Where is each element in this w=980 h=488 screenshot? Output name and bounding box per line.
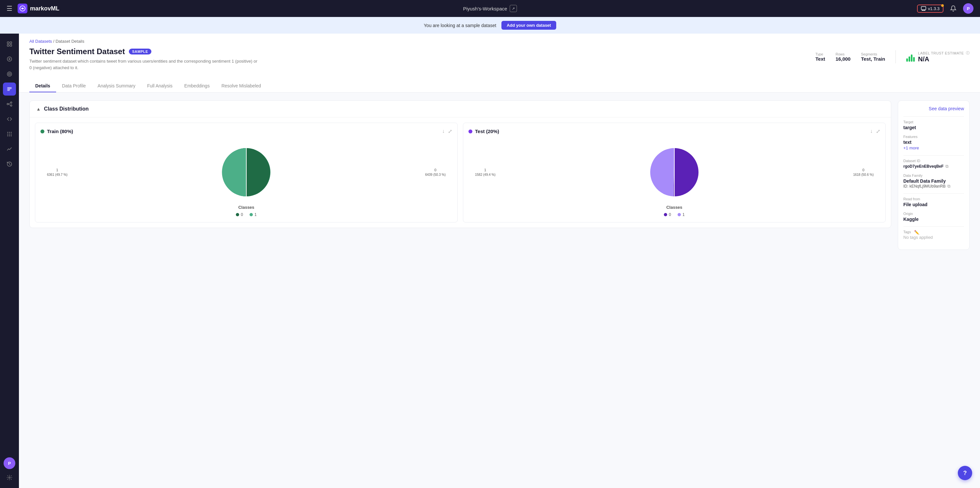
test-legend-1: 1 [678,212,685,217]
test-label-1: 11582 (49.4 %) [475,168,496,176]
tab-analysis-summary[interactable]: Analysis Summary [92,80,141,92]
target-section: Target target [903,120,964,130]
test-expand-icon[interactable]: ⤢ [876,128,880,134]
tags-label: Tags [903,230,911,234]
svg-point-15 [11,132,12,133]
sidebar-item-grid[interactable] [3,127,16,141]
side-panel: See data preview Target target Features … [898,100,970,250]
sidebar-item-analytics[interactable] [3,143,16,156]
svg-point-14 [9,132,10,133]
train-pie-container: 16361 (49.7 %) [40,140,452,205]
label-trust: LABEL TRUST ESTIMATE ⓘ N/A [918,51,970,63]
train-dot [40,129,45,134]
banner-message: You are looking at a sample dataset [424,23,496,28]
test-chart-title-row: Test (20%) ↓ ⤢ [468,128,880,134]
sidebar: P [0,33,19,488]
card-header: ▲ Class Distribution [30,101,891,118]
collapse-icon[interactable]: ▲ [36,107,41,111]
test-label-0: 01618 (50.6 %) [853,168,873,176]
sidebar-item-add[interactable] [3,52,16,65]
help-button[interactable]: ? [958,466,972,480]
test-legend-label-1: 1 [682,212,685,217]
notification-dot [941,4,944,7]
test-chart-actions: ↓ ⤢ [870,128,880,134]
data-family-label: Data Family [903,173,964,178]
app-body: P All Datasets / Dataset Details Twitter… [0,33,980,488]
breadcrumb-current: Dataset Details [56,39,84,44]
test-chart-card: Test (20%) ↓ ⤢ 11582 (49.4 %) [463,122,886,223]
data-family-value: Default Data Family [903,178,964,184]
sidebar-item-pipeline[interactable] [3,97,16,111]
origin-section: Origin Kaggle [903,212,964,222]
user-avatar[interactable]: P [963,3,974,14]
sidebar-user-avatar[interactable]: P [3,457,15,469]
rows-label: Rows [835,52,851,56]
svg-point-20 [9,135,10,136]
train-download-icon[interactable]: ↓ [442,128,445,134]
svg-point-18 [11,134,12,135]
sidebar-item-datasets[interactable] [3,83,16,95]
dataset-id-copy-icon[interactable]: ⧉ [945,164,948,169]
test-download-icon[interactable]: ↓ [870,128,873,134]
workspace-external-icon[interactable]: ↗ [510,5,517,12]
data-family-id: ID: kENqfLj9MUb9anRB [903,184,945,189]
train-label-1: 16361 (49.7 %) [47,168,68,176]
tab-resolve-mislabeled[interactable]: Resolve Mislabeled [216,80,267,92]
sample-banner: You are looking at a sample dataset Add … [0,17,980,33]
dataset-title-row: Twitter Sentiment Dataset SAMPLE [29,47,816,56]
data-family-copy-icon[interactable]: ⧉ [947,184,950,189]
train-chart-footer: Classes 0 1 [40,205,452,217]
data-family-section: Data Family Default Data Family ID: kENq… [903,173,964,189]
sidebar-item-history[interactable] [3,157,16,171]
dataset-id-label: Dataset ID [903,159,964,163]
tab-details[interactable]: Details [29,80,56,92]
tags-value: No tags applied [903,235,964,240]
tab-full-analysis[interactable]: Full Analysis [141,80,178,92]
dataset-id-value: rgoD7yeEnEBveqBeF [903,164,943,168]
divider-2 [903,155,964,156]
train-legend-dot-0 [236,213,239,216]
sidebar-item-settings[interactable] [3,471,16,484]
tags-section: Tags ✏️ No tags applied [903,230,964,240]
train-chart-actions: ↓ ⤢ [442,128,452,134]
breadcrumb-parent[interactable]: All Datasets [29,39,52,44]
tab-data-profile[interactable]: Data Profile [56,80,92,92]
test-legend-0: 0 [664,212,671,217]
label-trust-info-icon[interactable]: ⓘ [966,51,970,56]
sidebar-item-target[interactable] [3,68,16,81]
dataset-id-section: Dataset ID rgoD7yeEnEBveqBeF ⧉ [903,159,964,169]
features-more-link[interactable]: +1 more [903,145,919,150]
data-family-id-row: ID: kENqfLj9MUb9anRB ⧉ [903,184,964,189]
sidebar-item-code[interactable] [3,113,16,126]
workspace-selector[interactable]: Piyush's-Workspace ↗ [463,5,517,12]
notifications-button[interactable] [948,3,958,14]
tags-edit-icon[interactable]: ✏️ [914,230,920,235]
dataset-meta: Type Text Rows 16,000 Segments Test, Tra… [816,50,970,63]
test-dot [468,129,473,134]
meta-segments: Segments Test, Train [861,52,885,62]
version-badge[interactable]: v1.3.3 [917,5,943,13]
right-controls: v1.3.3 P [917,3,974,14]
svg-rect-2 [7,42,9,43]
features-label: Features [903,135,964,138]
test-legend: 0 1 [468,212,880,217]
card-title: Class Distribution [44,106,89,112]
tab-embeddings[interactable]: Embeddings [178,80,216,92]
add-dataset-button[interactable]: Add your own dataset [501,21,556,30]
see-data-preview-link[interactable]: See data preview [903,106,964,111]
logo-text: markovML [30,5,59,12]
svg-point-10 [7,103,9,105]
sidebar-item-dashboard[interactable] [3,38,16,51]
svg-rect-3 [10,42,12,43]
logo-icon [18,3,27,13]
menu-icon[interactable]: ☰ [6,5,13,13]
train-pie-svg [220,146,272,198]
label-trust-chart-icon [906,52,915,62]
train-label-0: 06439 (50.3 %) [425,168,445,176]
train-chart-card: Train (80%) ↓ ⤢ 16361 (49.7 %) [35,122,458,223]
train-expand-icon[interactable]: ⤢ [448,128,452,134]
read-from-label: Read from [903,197,964,201]
breadcrumb: All Datasets / Dataset Details [29,39,970,44]
svg-point-16 [7,134,8,135]
type-value: Text [816,56,826,62]
